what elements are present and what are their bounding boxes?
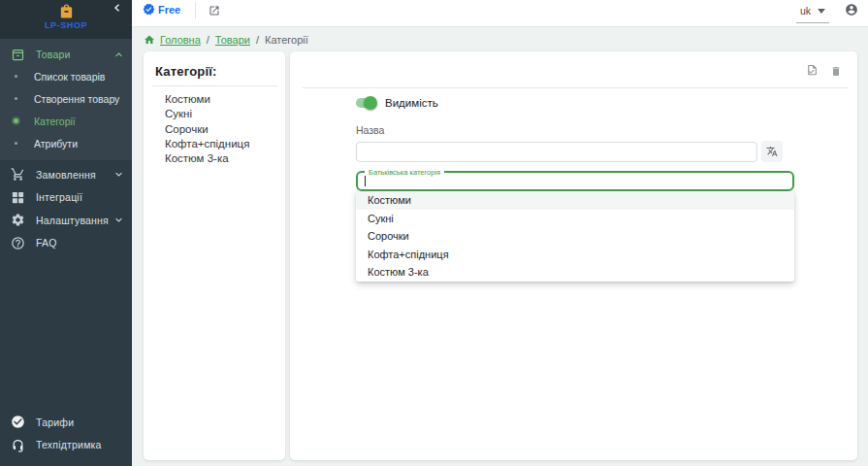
breadcrumb-separator: / bbox=[256, 34, 259, 46]
bullet-icon bbox=[15, 97, 17, 100]
sidebar-item-products[interactable]: Товари bbox=[0, 44, 132, 65]
headset-support-icon bbox=[11, 438, 25, 452]
parent-category-input[interactable]: Батьківська категорія bbox=[356, 171, 794, 191]
active-bullet-icon bbox=[14, 118, 18, 123]
sidebar-item-label: Замовлення bbox=[36, 169, 96, 181]
category-list-item[interactable]: Костюми bbox=[152, 92, 277, 107]
dropdown-option[interactable]: Костюми bbox=[356, 191, 794, 210]
sidebar-item-label: Товари bbox=[36, 49, 71, 60]
breadcrumb-link-home[interactable]: Головна bbox=[160, 34, 201, 46]
category-list-item[interactable]: Сорочки bbox=[152, 122, 277, 137]
sidebar-item-tariffs[interactable]: Тарифи bbox=[0, 411, 132, 434]
verified-badge-icon bbox=[143, 3, 155, 16]
parent-category-dropdown: Костюми Сукні Сорочки Кофта+спідниця Кос… bbox=[356, 191, 794, 282]
sidebar-item-categories[interactable]: Категорії bbox=[0, 110, 132, 132]
app-logo-text: LP-SHOP bbox=[45, 20, 87, 30]
text-cursor bbox=[365, 176, 366, 186]
chevron-down-icon bbox=[114, 170, 123, 179]
sidebar-item-label: Налаштування bbox=[36, 215, 109, 226]
inventory-box-icon bbox=[11, 48, 25, 62]
save-icon[interactable] bbox=[806, 65, 819, 78]
bullet-icon bbox=[15, 75, 17, 78]
sidebar-item-attributes[interactable]: Атрибути bbox=[0, 132, 132, 154]
sidebar-header: LP-SHOP bbox=[0, 0, 132, 39]
category-editor-panel: Видимість Назва Батьківська категорія bbox=[290, 51, 857, 460]
delete-trash-icon[interactable] bbox=[830, 65, 842, 78]
dropdown-option[interactable]: Кофта+спідниця bbox=[356, 246, 794, 264]
sidebar-main-menu: Замовлення Інтеграції Налаштування FA bbox=[0, 160, 132, 254]
visibility-label: Видимість bbox=[385, 97, 438, 109]
breadcrumb-current: Категорії bbox=[265, 34, 308, 46]
sidebar-item-orders[interactable]: Замовлення bbox=[0, 163, 132, 186]
gear-icon bbox=[11, 213, 25, 227]
sidebar-bottom-menu: Тарифи Техпідтримка bbox=[0, 411, 132, 456]
account-circle-icon[interactable] bbox=[845, 3, 858, 17]
sidebar-subitem-label: Категорії bbox=[34, 116, 76, 127]
translate-button[interactable] bbox=[761, 141, 783, 162]
breadcrumb: Головна / Товари / Категорії bbox=[132, 27, 868, 47]
toggle-thumb-icon bbox=[364, 96, 377, 110]
help-circle-icon bbox=[11, 236, 25, 250]
categories-list: Костюми Сукні Сорочки Кофта+спідниця Кос… bbox=[152, 92, 277, 166]
name-field-row bbox=[356, 141, 794, 162]
sidebar-item-label: Тарифи bbox=[36, 416, 74, 428]
sidebar-item-product-create[interactable]: Створення товару bbox=[0, 87, 132, 110]
caret-down-icon bbox=[818, 9, 825, 14]
visibility-toggle[interactable] bbox=[356, 98, 375, 108]
categories-panel-title: Категорії: bbox=[152, 64, 277, 79]
category-list-item[interactable]: Кофта+спідниця bbox=[152, 137, 277, 151]
name-field-label: Назва bbox=[356, 124, 794, 136]
chevron-down-icon bbox=[114, 216, 123, 224]
open-in-new-icon[interactable] bbox=[209, 5, 220, 17]
topbar-right: uk bbox=[796, 2, 858, 23]
divider bbox=[152, 85, 277, 86]
sidebar-item-faq[interactable]: FAQ bbox=[0, 232, 132, 255]
sidebar-item-support[interactable]: Техпідтримка bbox=[0, 434, 132, 457]
sidebar-item-label: Техпідтримка bbox=[36, 439, 102, 450]
name-input[interactable] bbox=[356, 142, 757, 162]
visibility-toggle-row: Видимість bbox=[356, 95, 794, 111]
divider bbox=[303, 87, 848, 88]
language-code: uk bbox=[800, 5, 811, 17]
check-circle-icon bbox=[11, 415, 25, 429]
sidebar-section-products: Товари Список товарів Створення товару К… bbox=[0, 39, 132, 160]
cards-row: Категорії: Костюми Сукні Сорочки Кофта+с… bbox=[144, 51, 857, 460]
sidebar-item-product-list[interactable]: Список товарів bbox=[0, 65, 132, 87]
sidebar-item-label: FAQ bbox=[36, 237, 57, 249]
categories-panel: Категорії: Костюми Сукні Сорочки Кофта+с… bbox=[144, 51, 285, 460]
plan-badge[interactable]: Free bbox=[143, 3, 180, 16]
dropdown-option[interactable]: Сукні bbox=[356, 210, 794, 228]
topbar-divider bbox=[195, 2, 196, 18]
dropdown-option[interactable]: Костюм 3-ка bbox=[356, 263, 794, 282]
translate-icon bbox=[766, 146, 778, 157]
language-select[interactable]: uk bbox=[796, 2, 829, 23]
sidebar-collapse-icon[interactable] bbox=[113, 3, 122, 13]
home-icon[interactable] bbox=[144, 34, 155, 46]
chevron-up-icon bbox=[114, 50, 123, 59]
dropdown-option[interactable]: Сорочки bbox=[356, 227, 794, 246]
sidebar: LP-SHOP Товари Список товарів Створення … bbox=[0, 0, 132, 466]
shopping-bag-logo-icon bbox=[58, 3, 75, 19]
editor-actions bbox=[806, 65, 842, 78]
bullet-icon bbox=[15, 142, 17, 145]
breadcrumb-separator: / bbox=[207, 34, 209, 46]
sidebar-subitem-label: Атрибути bbox=[34, 138, 78, 150]
parent-category-label: Батьківська категорія bbox=[365, 168, 444, 177]
sidebar-item-settings[interactable]: Налаштування bbox=[0, 209, 132, 232]
category-list-item[interactable]: Костюм 3-ка bbox=[152, 151, 277, 166]
plan-label: Free bbox=[158, 4, 180, 16]
sidebar-subitem-label: Список товарів bbox=[34, 71, 105, 83]
sidebar-item-label: Інтеграції bbox=[36, 191, 82, 203]
sidebar-item-integrations[interactable]: Інтеграції bbox=[0, 186, 132, 210]
main-content: Головна / Товари / Категорії Категорії: … bbox=[132, 27, 868, 466]
topbar: Free uk bbox=[132, 0, 868, 27]
sidebar-subitem-label: Створення товару bbox=[34, 93, 119, 105]
breadcrumb-link-products[interactable]: Товари bbox=[215, 34, 250, 46]
category-list-item[interactable]: Сукні bbox=[152, 107, 277, 121]
apps-grid-icon bbox=[11, 190, 25, 205]
category-form: Видимість Назва Батьківська категорія bbox=[356, 95, 794, 282]
shopping-cart-icon bbox=[11, 167, 25, 182]
